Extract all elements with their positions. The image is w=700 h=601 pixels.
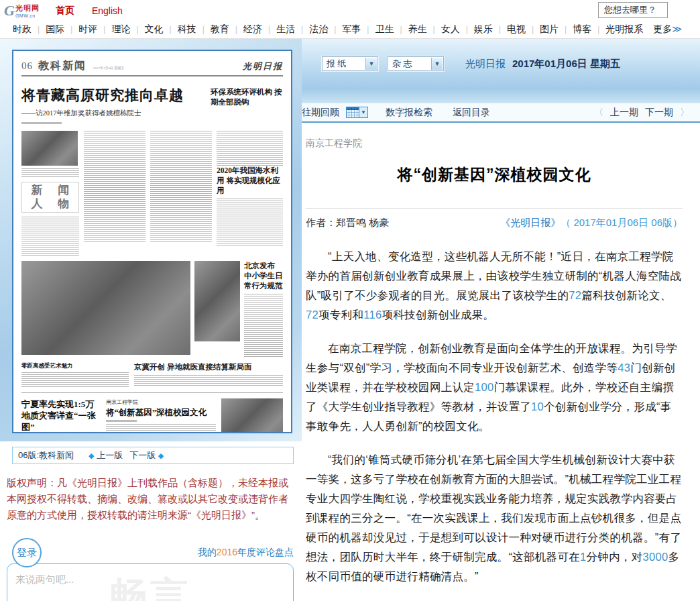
nav-item-17[interactable]: 博客 (567, 23, 597, 36)
home-link[interactable]: 首页 (56, 5, 74, 17)
paper-preview-background: 06 教科新闻 2017年1月6日 星期五 光明日报 将青藏高原研究推向卓越 —… (0, 39, 302, 441)
issue-date: 2017年01月06日 星期五 (512, 58, 620, 70)
logo-en-text: GMW.cn (15, 13, 40, 18)
back-to-toc-link[interactable]: 返回目录 (453, 107, 490, 119)
top-header: G 光明网 GMW.cn 首页 English (0, 0, 700, 20)
yearly-review-link[interactable]: 我的2016年度评论盘点 (198, 547, 294, 559)
newsprint-column: 2020年我国海水利用 将实现规模化应用 (217, 131, 283, 256)
article-body: “上天入地、变化造型，这些机器人无所不能！”近日，在南京工程学院举办的首届创新创… (306, 247, 683, 601)
nav-item-2[interactable]: 时评 (72, 23, 103, 36)
comment-box: 畅言 (7, 563, 294, 601)
search-input[interactable] (598, 2, 668, 18)
paper-bottom-kicker: 南京工程学院 (106, 398, 216, 406)
main-nav-items: 时政|国际|时评|理论|文化|科技|教育|经济|生活|法治|军事|卫生|养生|女… (7, 23, 649, 36)
nav-item-18[interactable]: 光明报系 (599, 23, 649, 36)
angle-right-icon: 〉 (680, 107, 689, 119)
paper-side-headline-2: 2020年我国海水利用 将实现规模化应用 (217, 166, 283, 196)
source-brand-link[interactable]: 《光明日报》 (500, 217, 561, 228)
english-link[interactable]: English (92, 5, 123, 16)
paper-section-name: 教科新闻 (38, 59, 86, 73)
nav-item-6[interactable]: 教育 (205, 23, 235, 36)
article-paragraph-3: “我们的‘锥筒式硬币筛分机’在第七届全国大学生机械创新设计大赛中获一等奖，这多亏… (306, 450, 683, 586)
nav-item-more[interactable]: 更多≫ (649, 23, 686, 36)
paper-masthead-date: 2017年1月6日 星期五 (93, 66, 124, 70)
next-issue-link[interactable]: 下一期 (645, 107, 673, 119)
article-author: 作者：郑晋鸣 杨豪 (306, 217, 389, 229)
issue-banner: 报 纸 ▼ 杂 志 ▼ 光明日报 2017年01月06日 星期五 (302, 39, 700, 103)
calendar-icon (346, 107, 359, 118)
paper-lead-byline (21, 122, 62, 124)
nav-item-15[interactable]: 电视 (501, 23, 532, 36)
paper-page-number: 06 (21, 60, 33, 72)
more-arrows-icon: ≫ (672, 23, 682, 34)
comment-input[interactable] (7, 564, 293, 601)
nav-item-14[interactable]: 娱乐 (468, 23, 499, 36)
gmw-logo[interactable]: G 光明网 GMW.cn (4, 3, 40, 18)
nav-item-0[interactable]: 时政 (7, 23, 38, 36)
paper-photo-chimes (21, 261, 190, 355)
nav-item-1[interactable]: 国际 (40, 23, 70, 36)
paper-brand: 光明日报 (243, 60, 283, 72)
nav-item-16[interactable]: 图片 (534, 23, 565, 36)
main-nav: 时政|国际|时评|理论|文化|科技|教育|经济|生活|法治|军事|卫生|养生|女… (0, 20, 700, 39)
login-button[interactable]: 登录 (12, 538, 42, 567)
newsprint-column: 新闻人物 (21, 131, 79, 256)
nav-item-3[interactable]: 理论 (105, 23, 136, 36)
nav-item-11[interactable]: 卫生 (369, 23, 400, 36)
digital-search-link[interactable]: 数字报检索 (386, 107, 432, 119)
issue-toolbar: 往期回顾 ▼ 数字报检索 返回目录 〈 上一期 下一期 〉 (302, 103, 700, 123)
paper-side-headline-1: 环保系统环评机构 按期全部脱钩 (211, 87, 283, 107)
paper-photo-caption: 零距离感受艺术魅力 (21, 362, 129, 370)
paper-select[interactable]: 报 纸 ▼ (322, 56, 378, 71)
paper-bottom-byline (106, 420, 137, 422)
copyright-notice: 版权声明：凡《光明日报》上刊载作品（含标题），未经本报或本网授权不得转载、摘编、… (7, 475, 294, 523)
prev-page-link[interactable]: ◆ 上一版 (89, 449, 123, 461)
page-bar-label: 06版:教科新闻 (18, 449, 74, 461)
calendar-picker[interactable]: ▼ (346, 107, 368, 118)
past-issues-link[interactable]: 往期回顾 (302, 107, 339, 119)
right-column: 报 纸 ▼ 杂 志 ▼ 光明日报 2017年01月06日 星期五 往期回顾 ▼ … (302, 39, 700, 601)
left-column: 06 教科新闻 2017年1月6日 星期五 光明日报 将青藏高原研究推向卓越 —… (0, 39, 302, 601)
source-date: （ 2017年01月06日 06版） (561, 217, 683, 228)
nav-item-9[interactable]: 法治 (303, 23, 334, 36)
article-paragraph-2: 在南京工程学院，创新创业教育是面向全体学生的开放课程。为引导学生参与“双创”学习… (306, 339, 683, 436)
next-page-link[interactable]: 下一版 ◆ (129, 449, 164, 461)
paper-photo-puppet (194, 261, 240, 341)
angle-left-icon: 〈 (594, 107, 603, 119)
article-kicker: 南京工程学院 (306, 138, 683, 150)
prev-issue-link[interactable]: 上一期 (610, 107, 638, 119)
newsprint-column (150, 131, 212, 256)
logo-cn-text: 光明网 (15, 3, 40, 13)
magazine-select[interactable]: 杂 志 ▼ (388, 56, 444, 71)
article-source: 《光明日报》（ 2017年01月06日 06版） (500, 217, 683, 229)
newspaper-page-preview[interactable]: 06 教科新闻 2017年1月6日 星期五 光明日报 将青藏高原研究推向卓越 —… (12, 50, 292, 433)
paper-bottom-left-headline: 宁夏率先实现1:5万 地质灾害详查“一张图” (21, 398, 101, 433)
article-title: 将“创新基因”深植校园文化 (306, 164, 683, 185)
nav-item-13[interactable]: 女人 (435, 23, 466, 36)
page-navigation-bar: 06版:教科新闻 ◆ 上一版 下一版 ◆ (12, 447, 294, 464)
paper-column-label: 新闻人物 (21, 182, 79, 213)
paper-bottom-headline: 将“创新基因”深植校园文化 (106, 407, 216, 418)
newsprint-column (84, 131, 145, 256)
paper-side-headline-3: 北京发布 中小学生日常行为规范 (244, 261, 283, 291)
logo-g-glyph: G (4, 3, 15, 18)
nav-item-8[interactable]: 生活 (270, 23, 301, 36)
prev-diamond-icon: ◆ (89, 451, 94, 459)
paper-lead-subhead: ——访2017年维加奖获得者姚檀栋院士 (21, 109, 204, 118)
nav-item-5[interactable]: 科技 (172, 23, 202, 36)
article: 南京工程学院 将“创新基因”深植校园文化 作者：郑晋鸣 杨豪 《光明日报》（ 2… (302, 123, 700, 601)
paper-photo-scientist (21, 131, 78, 166)
issue-brand-link[interactable]: 光明日报 (465, 58, 506, 70)
next-diamond-icon: ◆ (158, 451, 164, 459)
select-arrow-icon: ▼ (365, 58, 377, 70)
paper-photo-students (221, 398, 283, 433)
paper-side-headline-4: 京冀开创 异地就医直接结算新局面 (134, 362, 283, 372)
nav-item-12[interactable]: 养生 (402, 23, 433, 36)
paper-lead-headline: 将青藏高原研究推向卓越 (21, 86, 204, 105)
nav-item-10[interactable]: 军事 (336, 23, 367, 36)
calendar-dropdown-icon: ▼ (359, 107, 368, 118)
nav-item-4[interactable]: 文化 (139, 23, 170, 36)
select-arrow-icon: ▼ (431, 58, 443, 70)
nav-item-7[interactable]: 经济 (237, 23, 268, 36)
article-paragraph-1: “上天入地、变化造型，这些机器人无所不能！”近日，在南京工程学院举办的首届创新创… (306, 247, 683, 325)
